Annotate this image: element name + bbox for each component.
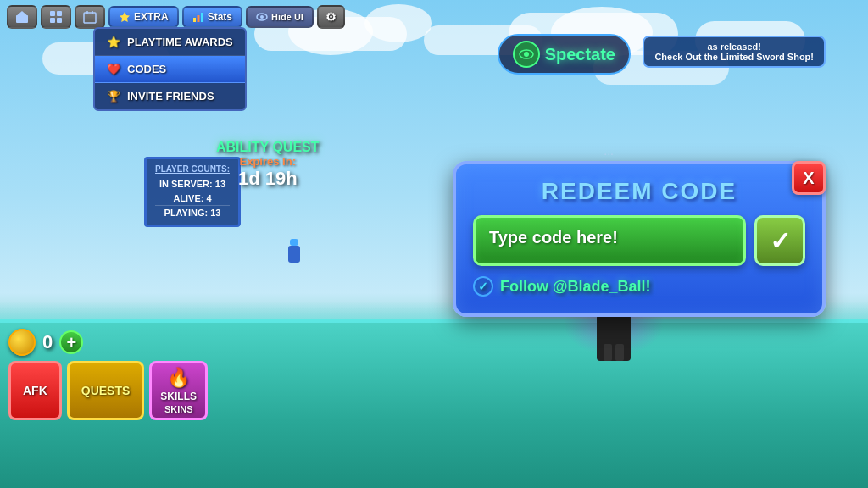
- spectate-icon: [513, 41, 540, 68]
- svg-marker-9: [120, 12, 130, 22]
- alive-count: ALIVE: 4: [155, 191, 230, 206]
- playtime-awards-icon: ⭐: [107, 36, 120, 48]
- add-coins-button[interactable]: +: [59, 330, 83, 354]
- svg-rect-4: [50, 18, 55, 23]
- follow-text: Follow @Blade_Ball!: [500, 278, 651, 296]
- coin-icon: [8, 329, 36, 356]
- redeem-code-panel: X REDEEM CODE Type code here! ✓ ✓ Follow…: [453, 161, 826, 317]
- skills-label: SKILLS: [160, 391, 197, 402]
- icon-btn-2[interactable]: [41, 5, 71, 29]
- follow-row: ✓ Follow @Blade_Ball!: [473, 276, 805, 297]
- skins-label: SKINS: [164, 404, 193, 414]
- svg-rect-3: [57, 11, 62, 16]
- notification-banner: as released! Check Out the Limited Sword…: [643, 36, 826, 68]
- quests-button[interactable]: QUESTS: [67, 361, 145, 420]
- flame-icon: 🔥: [167, 367, 190, 389]
- svg-rect-5: [57, 18, 62, 23]
- dot-indicator: ...: [604, 144, 614, 158]
- submit-button[interactable]: ✓: [754, 215, 805, 266]
- svg-rect-12: [201, 13, 203, 22]
- menu-playtime-awards[interactable]: ⭐ PLAYTIME AWARDS: [95, 29, 245, 56]
- hide-ui-btn[interactable]: Hide UI: [246, 6, 314, 28]
- svg-rect-0: [16, 15, 28, 23]
- icon-btn-1[interactable]: [7, 5, 37, 29]
- spectate-eye-icon: [519, 47, 534, 62]
- invite-friends-label: INVITE FRIENDS: [127, 90, 214, 103]
- redeem-title: REDEEM CODE: [473, 178, 805, 205]
- coin-row: 0 +: [8, 329, 208, 356]
- calendar-icon: [83, 10, 97, 24]
- menu-codes[interactable]: ❤️ CODES: [95, 56, 245, 83]
- menu-invite-friends[interactable]: 🏆 INVITE FRIENDS: [95, 83, 245, 109]
- codes-icon: ❤️: [107, 63, 120, 75]
- code-input[interactable]: Type code here!: [473, 215, 746, 266]
- hide-ui-label: Hide UI: [271, 12, 303, 22]
- svg-marker-1: [16, 11, 28, 16]
- gear-icon: ⚙: [326, 10, 337, 24]
- svg-point-14: [260, 15, 264, 19]
- spectate-button[interactable]: Spectate: [498, 34, 631, 75]
- notif-line1: as released!: [654, 42, 814, 52]
- small-character: [288, 246, 300, 263]
- dropdown-menu: ⭐ PLAYTIME AWARDS ❤️ CODES 🏆 INVITE FRIE…: [93, 27, 247, 111]
- expires-label: Expires In:: [216, 155, 320, 168]
- svg-rect-6: [84, 13, 96, 23]
- afk-button[interactable]: AFK: [8, 361, 62, 420]
- coin-count: 0: [42, 331, 53, 353]
- player-character: [597, 314, 631, 361]
- follow-check-icon: ✓: [473, 276, 493, 297]
- extra-label: EXTRA: [134, 11, 169, 23]
- quest-time: 1d 19h: [216, 168, 320, 190]
- svg-rect-2: [50, 11, 55, 16]
- ability-quest-title: ABILITY QUEST: [216, 140, 320, 155]
- calendar-btn[interactable]: [75, 5, 105, 29]
- eye-icon: [256, 11, 268, 23]
- stats-btn[interactable]: Stats: [182, 6, 242, 28]
- action-row: AFK QUESTS 🔥 SKILLS SKINS: [8, 361, 208, 420]
- invite-friends-icon: 🏆: [107, 90, 120, 103]
- bottom-left-ui: 0 + AFK QUESTS 🔥 SKILLS SKINS: [8, 329, 208, 420]
- gear-btn[interactable]: ⚙: [317, 5, 345, 29]
- code-input-row: Type code here! ✓: [473, 215, 805, 266]
- playing-count: PLAYING: 13: [155, 206, 230, 219]
- spectate-label: Spectate: [545, 45, 615, 64]
- skills-skins-button[interactable]: 🔥 SKILLS SKINS: [149, 361, 208, 420]
- grid-icon: [49, 10, 63, 24]
- codes-label: CODES: [127, 63, 166, 75]
- close-button[interactable]: X: [792, 161, 826, 195]
- horizon-line: [0, 319, 868, 323]
- svg-rect-11: [197, 15, 199, 22]
- extra-btn[interactable]: EXTRA: [108, 6, 179, 28]
- check-icon: ✓: [770, 226, 791, 256]
- notif-line2: Check Out the Limited Sword Shop!: [654, 52, 814, 62]
- playtime-awards-label: PLAYTIME AWARDS: [127, 36, 233, 48]
- ability-quest: ABILITY QUEST Expires In: 1d 19h: [216, 140, 320, 190]
- stats-icon: [192, 11, 204, 23]
- svg-point-16: [524, 52, 529, 57]
- star-icon: [119, 11, 131, 23]
- svg-rect-10: [193, 18, 196, 22]
- home-icon: [15, 10, 29, 24]
- stats-label: Stats: [208, 11, 232, 23]
- char-body: [597, 314, 631, 361]
